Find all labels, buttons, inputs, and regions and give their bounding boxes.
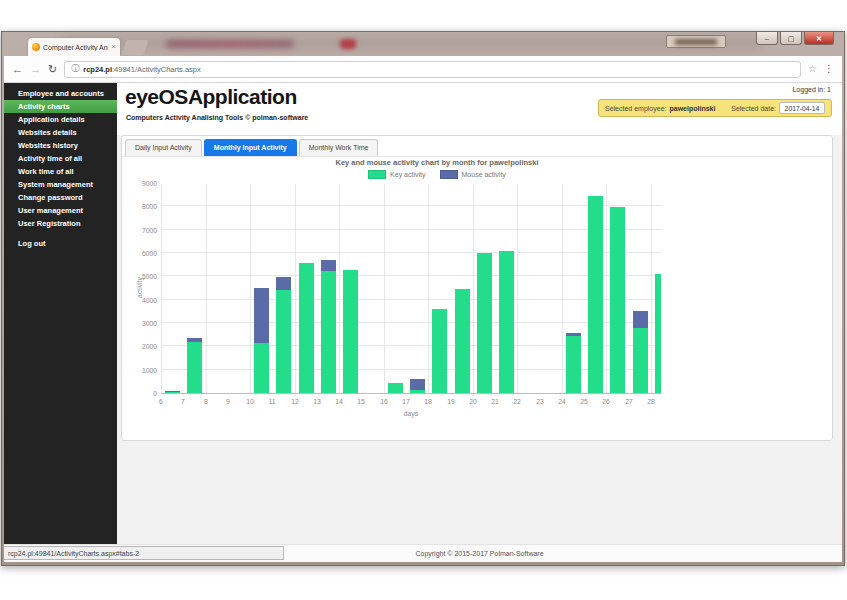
sidebar-item-user-management[interactable]: User management <box>4 204 117 217</box>
x-tick-label: 14 <box>331 398 347 405</box>
sidebar-item-work-time-of-all[interactable]: Work time of all <box>4 165 117 178</box>
bar-key-day-25[interactable] <box>588 196 603 393</box>
y-tick-label: 1000 <box>130 367 157 374</box>
browser-titlebar: Computer Activity Anali: × –▢✕ <box>2 32 844 56</box>
bar-key-day-26[interactable] <box>610 207 625 393</box>
bar-key-day-17[interactable] <box>410 390 425 393</box>
selected-employee-label: Selected employee: <box>605 105 666 112</box>
x-tick-label: 21 <box>487 398 503 405</box>
bar-key-day-13[interactable] <box>321 271 336 393</box>
bar-key-day-14[interactable] <box>343 270 358 393</box>
gridline-v <box>517 184 518 393</box>
bar-mouse-day-11[interactable] <box>276 277 291 290</box>
tab-panel: Daily Input ActivityMonthly Input Activi… <box>121 135 833 441</box>
x-tick-label: 10 <box>242 398 258 405</box>
bar-mouse-day-27[interactable] <box>633 311 648 328</box>
sidebar-item-system-management[interactable]: System management <box>4 178 117 191</box>
page-info-icon[interactable]: ⓘ <box>71 65 79 73</box>
sidebar-item-websites-details[interactable]: Websites details <box>4 126 117 139</box>
bar-key-day-10[interactable] <box>254 343 269 393</box>
bar-key-day-18[interactable] <box>432 309 447 393</box>
x-tick-label: 12 <box>287 398 303 405</box>
gridline-h <box>161 345 661 346</box>
status-tooltip: rcp24.pl:49841/ActivityCharts.aspx#tabs-… <box>4 546 284 560</box>
bar-mouse-day-10[interactable] <box>254 288 269 343</box>
new-tab-button[interactable] <box>122 40 149 55</box>
x-tick-label: 18 <box>420 398 436 405</box>
sidebar-item-application-details[interactable]: Application details <box>4 113 117 126</box>
bar-key-day-19[interactable] <box>455 289 470 393</box>
sidebar-item-log-out[interactable]: Log out <box>4 237 117 250</box>
logged-in-status: Logged in: 1 <box>792 86 831 93</box>
gridline-h <box>161 275 661 276</box>
gridline-v <box>473 184 474 393</box>
tab-close-icon[interactable]: × <box>111 43 116 51</box>
desktop-background: Computer Activity Anali: × –▢✕ ← → ↻ ⓘ r… <box>0 0 847 600</box>
bar-key-day-20[interactable] <box>477 253 492 393</box>
address-bar[interactable]: ⓘ rcp24.pl:49841/ActivityCharts.aspx <box>64 61 801 78</box>
x-tick-label: 15 <box>353 398 369 405</box>
bar-key-day-6[interactable] <box>165 392 180 393</box>
browser-menu-icon[interactable]: ⋮ <box>824 64 834 74</box>
bar-key-day-16[interactable] <box>388 383 403 393</box>
bar-key-day-28[interactable] <box>655 274 661 393</box>
maximize-window-icon[interactable]: ▢ <box>780 32 802 45</box>
sidebar-item-employee-and-accounts[interactable]: Employee and accounts <box>4 87 117 100</box>
blurred-red-mark <box>340 39 356 49</box>
tab-daily-input-activity[interactable]: Daily Input Activity <box>125 139 202 156</box>
x-tick-label: 7 <box>175 398 191 405</box>
bar-key-day-27[interactable] <box>633 328 648 393</box>
bar-key-day-21[interactable] <box>499 251 514 393</box>
forward-icon[interactable]: → <box>30 64 41 75</box>
chart-legend: Key activityMouse activity <box>130 170 744 179</box>
gridline-h <box>161 322 661 323</box>
gridline-v <box>606 184 607 393</box>
bar-key-day-7[interactable] <box>187 342 202 393</box>
chart-title: Key and mouse activity chart by month fo… <box>130 158 744 167</box>
minimize-window-icon[interactable]: – <box>756 32 778 45</box>
back-icon[interactable]: ← <box>12 64 23 75</box>
gridline-v <box>428 184 429 393</box>
close-window-icon[interactable]: ✕ <box>804 32 834 45</box>
tab-title: Computer Activity Anali: <box>43 44 108 51</box>
bar-mouse-day-17[interactable] <box>410 379 425 390</box>
tabs-row: Daily Input ActivityMonthly Input Activi… <box>122 136 832 157</box>
tab-monthly-input-activity[interactable]: Monthly Input Activity <box>204 139 297 156</box>
x-tick-label: 25 <box>576 398 592 405</box>
x-tick-label: 26 <box>598 398 614 405</box>
sidebar-item-user-registration[interactable]: User Registration <box>4 217 117 230</box>
selected-employee-value: pawelpolinski <box>669 105 715 112</box>
sidebar-item-activity-charts[interactable]: Activity charts <box>4 100 117 113</box>
browser-tab[interactable]: Computer Activity Anali: × <box>28 38 120 56</box>
bar-mouse-day-6[interactable] <box>165 391 180 392</box>
bar-mouse-day-24[interactable] <box>566 333 581 336</box>
tab-monthly-work-time[interactable]: Monthly Work Time <box>299 139 379 156</box>
x-axis-title: days <box>161 410 661 417</box>
gridline-v <box>295 184 296 393</box>
legend-item-key-activity: Key activity <box>368 170 425 179</box>
x-tick-label: 20 <box>465 398 481 405</box>
x-tick-label: 28 <box>643 398 659 405</box>
sidebar-item-activity-time-of-all[interactable]: Activity time of all <box>4 152 117 165</box>
x-tick-label: 9 <box>220 398 236 405</box>
gridline-v <box>161 184 162 393</box>
bookmark-star-icon[interactable]: ☆ <box>808 64 817 74</box>
bar-mouse-day-13[interactable] <box>321 260 336 271</box>
reload-icon[interactable]: ↻ <box>48 64 57 75</box>
x-tick-label: 23 <box>532 398 548 405</box>
blurred-user-button[interactable] <box>666 35 726 48</box>
sidebar-item-websites-history[interactable]: Websites history <box>4 139 117 152</box>
gridline-h <box>161 252 661 253</box>
bar-key-day-12[interactable] <box>299 263 314 393</box>
browser-window: Computer Activity Anali: × –▢✕ ← → ↻ ⓘ r… <box>1 31 845 566</box>
x-tick-label: 24 <box>554 398 570 405</box>
gridline-v <box>250 184 251 393</box>
bar-key-day-11[interactable] <box>276 290 291 393</box>
gridline-v <box>651 184 652 393</box>
date-input[interactable]: 2017-04-14 <box>779 102 825 114</box>
y-tick-label: 3000 <box>130 320 157 327</box>
gridline-h <box>161 229 661 230</box>
sidebar-item-change-password[interactable]: Change password <box>4 191 117 204</box>
bar-key-day-24[interactable] <box>566 336 581 393</box>
bar-mouse-day-7[interactable] <box>187 338 202 342</box>
